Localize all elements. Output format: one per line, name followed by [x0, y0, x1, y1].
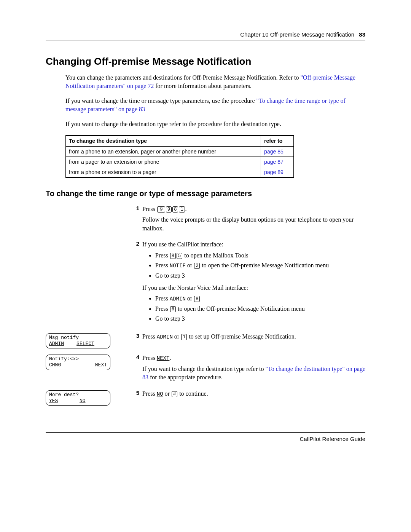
list-item: Press NOTIF or 2 to open the Off-premise…: [155, 261, 365, 270]
list-item: Go to step 3: [155, 315, 365, 323]
softkey-notif: NOTIF: [170, 263, 186, 269]
step-3: Msg notify ADMIN SELECT 3 Press ADMIN or…: [46, 332, 365, 349]
table-header-ref: refer to: [261, 136, 294, 146]
list-item: Press 85 to open the Mailbox Tools: [155, 251, 365, 260]
softkey-admin: ADMIN: [157, 334, 173, 340]
table-header-type: To change the destination type: [66, 136, 261, 146]
step-1: 1 Press ©981. Follow the voice prompts o…: [46, 205, 365, 235]
key-8: 8: [172, 206, 178, 212]
list-item: Press 6 to open the Off-premise Message …: [155, 305, 365, 313]
key-1: 1: [179, 206, 185, 212]
key-8: 8: [170, 253, 176, 259]
key-1: 1: [181, 334, 187, 340]
softkey-admin: ADMIN: [170, 296, 186, 302]
link-page-87[interactable]: page 87: [261, 157, 294, 167]
table-row: from a phone to an extension, pager or a…: [66, 146, 294, 157]
table-row: from a phone or extension to a pager pag…: [66, 167, 294, 177]
feature-key-icon: ©: [157, 206, 165, 212]
step-4: Notify:<x> CHNG NEXT 4 Press NEXT. If yo…: [46, 354, 365, 384]
key-hash: #: [172, 391, 177, 397]
section-heading: To change the time range or type of mess…: [46, 189, 365, 198]
display-softkey-admin: ADMIN: [49, 341, 64, 347]
phone-display-more-dest: More dest? YES NO: [46, 390, 110, 406]
page-number: 83: [359, 31, 365, 38]
intro-paragraph-2: If you want to change the time or messag…: [65, 97, 365, 113]
steps-list: 1 Press ©981. Follow the voice prompts o…: [46, 205, 365, 406]
step-2: 2 If you use the CallPilot interface: Pr…: [46, 240, 365, 327]
phone-display-notify: Notify:<x> CHNG NEXT: [46, 355, 110, 370]
softkey-no: NO: [157, 391, 163, 397]
display-softkey-select: SELECT: [76, 341, 94, 347]
list-item: Press ADMIN or 8: [155, 294, 365, 303]
display-softkey-no: NO: [80, 398, 86, 404]
display-softkey-chng: CHNG: [49, 362, 61, 368]
link-page-85[interactable]: page 85: [261, 146, 294, 157]
key-9: 9: [166, 206, 172, 212]
display-softkey-next: NEXT: [95, 362, 107, 368]
page-header: Chapter 10 Off-premise Message Notificat…: [46, 31, 365, 40]
link-page-89[interactable]: page 89: [261, 167, 294, 177]
intro-paragraph-1: You can change the parameters and destin…: [65, 73, 365, 90]
list-item: Go to step 3: [155, 272, 365, 280]
page-title: Changing Off-premise Message Notificatio…: [46, 56, 365, 67]
table-row: from a pager to an extension or phone pa…: [66, 157, 294, 167]
softkey-next: NEXT: [157, 355, 170, 361]
destination-type-table: To change the destination type refer to …: [65, 135, 294, 178]
key-2: 2: [194, 263, 200, 269]
key-5: 5: [177, 253, 182, 259]
intro-paragraph-3: If you want to change the destination ty…: [65, 120, 365, 128]
chapter-label: Chapter 10 Off-premise Message Notificat…: [240, 31, 354, 38]
step-5: More dest? YES NO 5 Press NO or # to con…: [46, 390, 365, 406]
key-8: 8: [194, 296, 200, 302]
page-footer: CallPilot Reference Guide: [46, 432, 365, 442]
key-6: 6: [170, 306, 176, 312]
display-softkey-yes: YES: [49, 398, 58, 404]
phone-display-msg-notify: Msg notify ADMIN SELECT: [46, 333, 110, 349]
